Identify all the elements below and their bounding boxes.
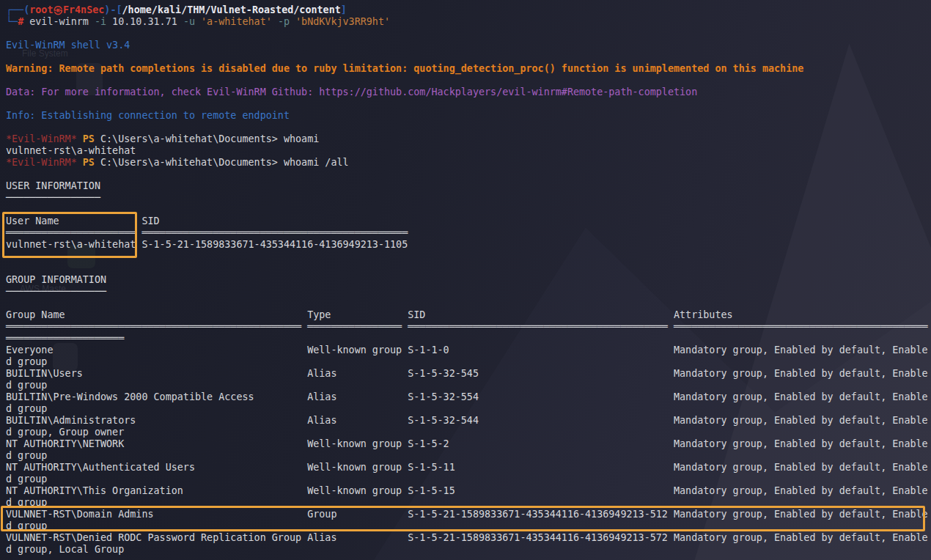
terminal-line: ────────────────: [6, 192, 931, 204]
terminal-line: *Evil-WinRM* PS C:\Users\a-whitehat\Docu…: [6, 157, 931, 169]
terminal-line: Data: For more information, check Evil-W…: [6, 86, 931, 98]
terminal-line: Everyone Well-known group S-1-1-0 Mandat…: [6, 345, 931, 356]
terminal-line: d group, Local Group: [6, 544, 931, 556]
terminal-line: ══════════════════════ ═════════════════…: [6, 227, 931, 239]
terminal-line: BUILTIN\Pre-Windows 2000 Compatible Acce…: [6, 391, 931, 403]
terminal-line: ─────────────────: [6, 286, 931, 298]
terminal-line: ════════════════════: [6, 333, 931, 345]
terminal-line: ┌──(root㉿Fr4nSec)-[/home/kali/THM/Vulnet…: [6, 4, 931, 16]
terminal-line: d group: [6, 474, 931, 485]
terminal-line: [6, 51, 931, 63]
terminal-line: d group: [6, 356, 931, 368]
terminal-line: BUILTIN\Administrators Alias S-1-5-32-54…: [6, 415, 931, 427]
terminal-line: vulnnet-rst\a-whitehat: [6, 145, 931, 157]
terminal-line: USER INFORMATION: [6, 180, 931, 192]
terminal-line: ════════════════════════════════════════…: [6, 321, 931, 333]
terminal-line: d group, Group owner: [6, 427, 931, 438]
terminal-line: User Name SID: [6, 215, 931, 227]
terminal-line: d group: [6, 450, 931, 462]
terminal-line: NT AUTHORITY\This Organization Well-know…: [6, 485, 931, 497]
terminal-line: [6, 122, 931, 133]
terminal-line: [6, 251, 931, 262]
terminal-line: [6, 204, 931, 215]
terminal-line: NT AUTHORITY\NETWORK Well-known group S-…: [6, 438, 931, 450]
terminal-line: Info: Establishing connection to remote …: [6, 110, 931, 122]
terminal-line: Evil-WinRM shell v3.4: [6, 40, 931, 51]
terminal-line: d group: [6, 380, 931, 391]
terminal-line: [6, 262, 931, 274]
terminal-line: d group: [6, 403, 931, 415]
terminal-line: Warning: Remote path completions is disa…: [6, 63, 931, 75]
terminal-line: [6, 298, 931, 309]
terminal-line: └─# evil-winrm -i 10.10.31.71 -u 'a-whit…: [6, 16, 931, 28]
terminal-line: [6, 28, 931, 40]
terminal-line: GROUP INFORMATION: [6, 274, 931, 286]
terminal-line: [6, 169, 931, 180]
highlight-box-user-name: [2, 212, 137, 258]
terminal-line: [6, 98, 931, 110]
highlight-box-domain-admins-row: [1, 506, 925, 531]
terminal-line: *Evil-WinRM* PS C:\Users\a-whitehat\Docu…: [6, 133, 931, 145]
terminal-line: Group Name Type SID Attributes: [6, 309, 931, 321]
terminal-line: [6, 75, 931, 86]
terminal-line: VULNNET-RST\Denied RODC Password Replica…: [6, 532, 931, 544]
terminal-line: BUILTIN\Users Alias S-1-5-32-545 Mandato…: [6, 368, 931, 380]
terminal-line: vulnnet-rst\a-whitehat S-1-5-21-15898336…: [6, 239, 931, 251]
terminal-line: NT AUTHORITY\Authenticated Users Well-kn…: [6, 462, 931, 474]
terminal-output[interactable]: ┌──(root㉿Fr4nSec)-[/home/kali/THM/Vulnet…: [6, 4, 931, 556]
desktop-wallpaper: File System AWS Maste... ┌──(root㉿Fr4nSe…: [0, 0, 931, 560]
